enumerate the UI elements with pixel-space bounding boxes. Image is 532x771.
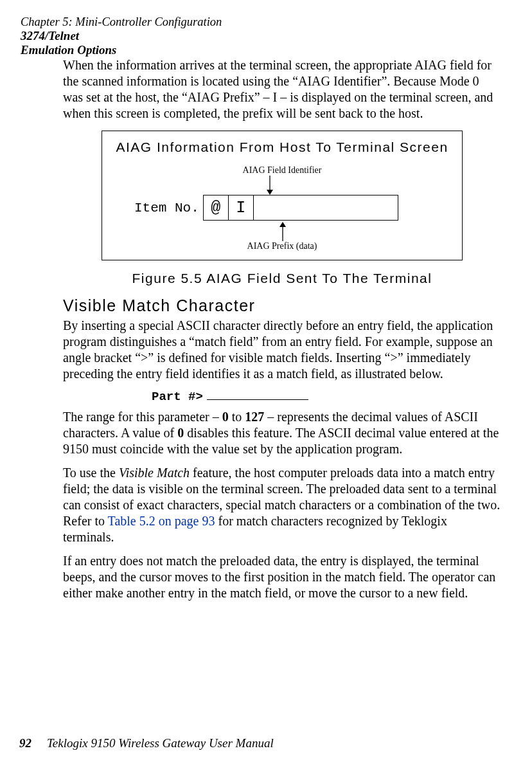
footer: 92Teklogix 9150 Wireless Gateway User Ma… bbox=[19, 736, 274, 750]
paragraph-2: By inserting a special ASCII character d… bbox=[63, 318, 501, 382]
p3-span2: to bbox=[229, 410, 245, 424]
at-cell: @ bbox=[204, 195, 229, 220]
p4-italic: Visible Match bbox=[119, 466, 190, 480]
prefix-cell: I bbox=[229, 195, 254, 220]
chapter-label: Chapter 5: Mini-Controller Configuration bbox=[21, 15, 501, 29]
code-text: Part #> bbox=[152, 390, 203, 404]
figure-top-label: AIAG Field Identifier bbox=[102, 165, 462, 176]
page-number: 92 bbox=[19, 736, 31, 750]
svg-marker-1 bbox=[267, 190, 273, 195]
subheading-visible-match: Visible Match Character bbox=[63, 296, 501, 315]
figure-field-row: Item No. @ I bbox=[134, 195, 443, 220]
figure-bottom-label: AIAG Prefix (data) bbox=[102, 241, 462, 251]
p3-span1: The range for this parameter – bbox=[63, 410, 222, 424]
running-head: Chapter 5: Mini-Controller Configuration… bbox=[21, 15, 501, 57]
section-label-2: Emulation Options bbox=[21, 43, 501, 57]
paragraph-3: The range for this parameter – 0 to 127 … bbox=[63, 409, 501, 457]
page: Chapter 5: Mini-Controller Configuration… bbox=[0, 0, 532, 771]
manual-title: Teklogix 9150 Wireless Gateway User Manu… bbox=[47, 736, 274, 750]
arrow-up-icon bbox=[278, 222, 287, 244]
p4-span1: To use the bbox=[63, 466, 119, 480]
code-example: Part #> bbox=[63, 390, 501, 404]
input-box: @ I bbox=[203, 195, 398, 221]
p3-b1: 0 bbox=[222, 410, 229, 424]
p3-b3: 0 bbox=[177, 426, 184, 440]
figure-caption: Figure 5.5 AIAG Field Sent To The Termin… bbox=[63, 271, 501, 286]
section-label-1: 3274/Telnet bbox=[21, 29, 501, 43]
p3-b2: 127 bbox=[245, 410, 264, 424]
empty-cell bbox=[254, 195, 398, 220]
figure-title: AIAG Information From Host To Terminal S… bbox=[102, 140, 462, 155]
underline-field bbox=[207, 390, 308, 400]
p4-link[interactable]: Table 5.2 on page 93 bbox=[108, 514, 215, 528]
paragraph-1: When the information arrives at the term… bbox=[63, 57, 501, 122]
figure-box: AIAG Information From Host To Terminal S… bbox=[102, 131, 463, 260]
paragraph-5: If an entry does not match the preloaded… bbox=[63, 553, 501, 601]
paragraph-4: To use the Visible Match feature, the ho… bbox=[63, 465, 501, 545]
item-no-label: Item No. bbox=[134, 201, 199, 215]
